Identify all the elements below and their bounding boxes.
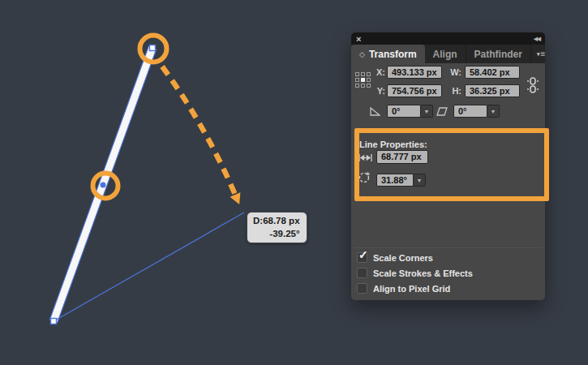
align-pixel-grid-row[interactable]: Align to Pixel Grid [357,283,450,294]
rotate-angle-icon [370,107,380,116]
scale-corners-row[interactable]: ✓ Scale Corners [357,252,433,263]
y-label: Y: [372,84,385,97]
tab-align[interactable]: Align [425,45,466,63]
checkmark-icon: ✓ [358,248,368,261]
tab-transform[interactable]: ◇ Transform [351,45,425,63]
tab-pathfinder[interactable]: Pathfinder [466,45,531,63]
x-label: X: [372,66,385,79]
scale-strokes-checkbox[interactable] [357,268,367,278]
panel-tabbar: ◇ Transform Align Pathfinder ▾ ≡ [351,45,545,63]
x-input[interactable]: 493.133 px [387,66,442,79]
h-label: H: [449,84,461,97]
line-outline-edge [58,49,157,323]
tab-pathfinder-label: Pathfinder [474,49,522,60]
tooltip-distance: D:68.78 px [253,215,300,228]
measurement-tooltip: D:68.78 px -39.25° [247,212,307,243]
scale-corners-checkbox[interactable]: ✓ [357,252,367,263]
panel-header: × ◀◀ [351,32,545,45]
tab-transform-label: Transform [369,49,417,60]
constrain-proportions-icon[interactable] [526,74,539,97]
line-properties-title: Line Properties: [359,140,427,149]
rotate-input[interactable]: 0° [387,105,421,118]
y-input[interactable]: 754.756 px [387,84,442,97]
scale-strokes-row[interactable]: Scale Strokes & Effects [357,268,473,278]
width-input[interactable]: 58.402 px [465,66,520,79]
shear-input[interactable]: 0° [453,105,487,118]
align-pixel-grid-checkbox[interactable] [357,283,367,294]
measurement-line [54,213,244,321]
collapse-panel-icon[interactable]: ◀◀ [534,36,540,42]
tab-align-label: Align [433,49,457,60]
reference-point-icon[interactable] [355,72,371,88]
line-angle-dropdown-button[interactable]: ▼ [414,174,426,187]
scale-strokes-label: Scale Strokes & Effects [373,268,473,278]
line-length-input[interactable]: 68.777 px [376,150,428,164]
drag-arrow [162,67,235,195]
anchor-point-bottom[interactable] [51,319,57,324]
rotate-dropdown-button[interactable]: ▼ [421,105,433,118]
scale-corners-label: Scale Corners [373,253,433,263]
tooltip-angle: -39.25° [253,228,300,241]
panel-menu-icon[interactable]: ▾ ≡ [531,45,551,63]
shear-angle-icon [436,107,448,116]
anchor-point-top[interactable] [150,45,156,51]
line-angle-icon [358,171,371,184]
drag-arrow-head [230,192,241,204]
panel-toggle-icon: ◇ [359,50,365,58]
transform-panel: × ◀◀ ◇ Transform Align Pathfinder ▾ ≡ X:… [351,32,545,300]
w-label: W: [449,66,461,79]
line-angle-input[interactable]: 31.88° [376,174,414,187]
line-outline-edge [49,46,148,320]
align-pixel-grid-label: Align to Pixel Grid [373,284,450,294]
chevron-down-icon: ▼ [424,109,430,114]
height-input[interactable]: 36.325 px [465,84,520,97]
midpoint-dot[interactable] [101,182,106,188]
panel-body: X: 493.133 px W: 58.402 px Y: 754.756 px… [351,63,545,300]
shear-dropdown-button[interactable]: ▼ [487,105,500,118]
section-divider [354,247,542,248]
chevron-down-icon: ▼ [491,109,496,114]
line-length-icon [358,153,372,162]
close-icon[interactable]: × [356,35,361,43]
chevron-down-icon: ▼ [417,178,423,183]
